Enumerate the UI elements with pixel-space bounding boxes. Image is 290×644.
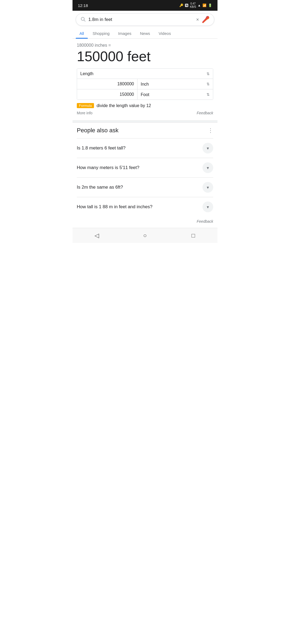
paa-title: People also ask	[77, 127, 118, 134]
chevron-down-icon-0: ▾	[207, 146, 209, 151]
paa-question-0: Is 1.8 meters 6 feet tall?	[77, 145, 202, 151]
chevron-down-icon-3: ▾	[207, 204, 209, 210]
more-info-link[interactable]: More info	[77, 111, 92, 115]
search-bar[interactable]: × 🎤	[76, 13, 214, 26]
formula-badge: Formula	[77, 103, 94, 108]
converter-footer: More info Feedback	[77, 110, 213, 117]
converter-section: 1800000 inches = 150000 feet Length Inch…	[73, 39, 218, 120]
nfc-icon: N	[185, 4, 188, 7]
signal-icon: 📶	[202, 3, 206, 7]
paa-feedback: Feedback	[73, 217, 218, 228]
tab-videos[interactable]: Videos	[155, 28, 175, 38]
converter-type-row[interactable]: Length	[77, 69, 213, 79]
speed-icon: 0.47KB/S	[190, 2, 196, 9]
wifi-icon: ▲	[198, 3, 201, 7]
paa-header: People also ask ⋮	[77, 127, 213, 134]
from-unit-select[interactable]: Inch	[137, 79, 213, 89]
formula-text: divide the length value by 12	[97, 103, 151, 108]
to-unit-wrapper[interactable]: Foot	[137, 89, 213, 100]
key-icon: 🔑	[179, 3, 183, 7]
converter-widget: Length Inch Foot	[77, 68, 213, 100]
paa-expand-3[interactable]: ▾	[202, 202, 213, 212]
people-also-ask-section: People also ask ⋮ Is 1.8 meters 6 feet t…	[73, 123, 218, 217]
formula-row: Formula divide the length value by 12	[77, 103, 213, 108]
to-value-input[interactable]	[77, 89, 137, 100]
chevron-down-icon-2: ▾	[207, 185, 209, 190]
length-type-select[interactable]: Length	[77, 69, 213, 79]
converter-feedback-link[interactable]: Feedback	[197, 111, 213, 115]
converter-result: 150000 feet	[77, 49, 213, 64]
paa-item-2[interactable]: Is 2m the same as 6ft? ▾	[77, 177, 213, 197]
converter-subtitle: 1800000 inches =	[77, 43, 213, 48]
svg-line-1	[84, 20, 85, 21]
tab-bar: All Shopping Images News Videos	[73, 28, 218, 39]
paa-question-3: How tall is 1 88 m in feet and inches?	[77, 204, 202, 210]
paa-expand-2[interactable]: ▾	[202, 182, 213, 193]
converter-to-row: Foot	[77, 89, 213, 100]
mic-icon[interactable]: 🎤	[202, 16, 210, 23]
clear-search-button[interactable]: ×	[196, 17, 199, 23]
status-icons: 🔑 N 0.47KB/S ▲ 📶 🔋	[179, 2, 212, 9]
paa-expand-0[interactable]: ▾	[202, 143, 213, 153]
tab-all[interactable]: All	[76, 28, 88, 38]
paa-question-1: How many meters is 5'11 feet?	[77, 164, 202, 171]
tab-images[interactable]: Images	[114, 28, 135, 38]
search-icon	[80, 16, 86, 23]
paa-menu-icon[interactable]: ⋮	[208, 127, 213, 134]
section-divider	[73, 120, 218, 123]
paa-item-0[interactable]: Is 1.8 meters 6 feet tall? ▾	[77, 138, 213, 158]
to-unit-select[interactable]: Foot	[137, 89, 213, 100]
converter-from-row: Inch	[77, 79, 213, 89]
bottom-nav: ◁ ○ □	[73, 228, 218, 243]
paa-item-3[interactable]: How tall is 1 88 m in feet and inches? ▾	[77, 197, 213, 217]
from-unit-wrapper[interactable]: Inch	[137, 79, 213, 89]
battery-icon: 🔋	[208, 3, 212, 7]
tab-shopping[interactable]: Shopping	[89, 28, 113, 38]
back-button[interactable]: ◁	[90, 230, 103, 241]
from-value-input[interactable]	[77, 79, 137, 89]
paa-expand-1[interactable]: ▾	[202, 162, 213, 173]
home-button[interactable]: ○	[138, 230, 152, 241]
search-input[interactable]	[88, 17, 193, 22]
search-bar-container: × 🎤	[73, 11, 218, 28]
paa-question-2: Is 2m the same as 6ft?	[77, 184, 202, 191]
status-time: 12:18	[78, 3, 88, 8]
tab-news[interactable]: News	[136, 28, 154, 38]
chevron-down-icon-1: ▾	[207, 165, 209, 170]
paa-item-1[interactable]: How many meters is 5'11 feet? ▾	[77, 158, 213, 177]
status-bar: 12:18 🔑 N 0.47KB/S ▲ 📶 🔋	[73, 0, 218, 11]
recent-button[interactable]: □	[187, 230, 200, 241]
paa-feedback-link[interactable]: Feedback	[197, 219, 213, 224]
